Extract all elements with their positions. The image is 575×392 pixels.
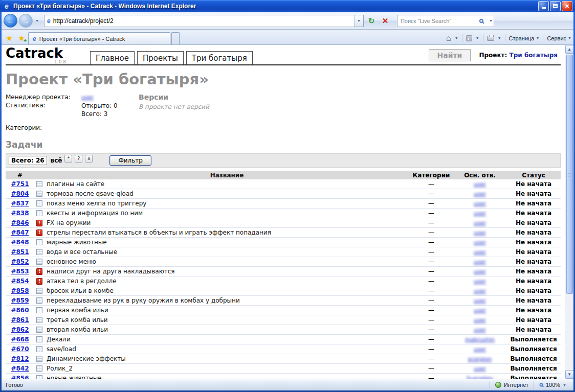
title-bar[interactable]: e Проект «Три богатыря» - Catrack - Wind…: [0, 0, 575, 12]
task-id-link[interactable]: #859: [11, 297, 29, 304]
task-icon[interactable]: [36, 336, 42, 342]
tools-menu[interactable]: Сервис ▼: [547, 35, 571, 41]
address-bar[interactable]: e http://catrack/project/2 ▼: [44, 15, 364, 27]
task-icon[interactable]: [36, 297, 42, 304]
task-assignee[interactable]: user: [474, 229, 486, 236]
project-link[interactable]: Три богатыря: [510, 52, 558, 59]
task-id-link[interactable]: #846: [11, 219, 29, 226]
task-icon[interactable]: [36, 288, 42, 294]
task-assignee[interactable]: user: [474, 278, 486, 285]
search-icon[interactable]: [479, 19, 483, 23]
address-text[interactable]: http://catrack/project/2: [53, 17, 351, 25]
filter-button[interactable]: Фильтр: [109, 155, 151, 166]
task-icon[interactable]: [36, 356, 42, 362]
task-id-link[interactable]: #838: [11, 210, 29, 217]
task-assignee[interactable]: user: [474, 346, 486, 353]
zoom-control[interactable]: 100% ▼: [534, 381, 571, 389]
rss-icon[interactable]: [466, 35, 472, 41]
page-menu[interactable]: Страница ▼: [509, 35, 540, 41]
alert-icon[interactable]: !: [36, 278, 42, 285]
close-button[interactable]: ✕: [562, 1, 572, 11]
task-id-link[interactable]: #858: [11, 287, 29, 294]
task-assignee[interactable]: user: [474, 181, 486, 188]
task-id-link[interactable]: #854: [11, 278, 29, 285]
minimize-button[interactable]: [538, 1, 549, 11]
task-icon[interactable]: [36, 307, 42, 313]
task-icon[interactable]: [36, 317, 42, 323]
task-id-link[interactable]: #842: [11, 365, 29, 372]
task-icon[interactable]: [36, 181, 42, 187]
task-assignee[interactable]: user: [474, 297, 486, 304]
task-id-link[interactable]: #812: [11, 355, 29, 362]
task-icon[interactable]: [36, 210, 42, 216]
add-favorite-icon[interactable]: ★+: [16, 32, 27, 44]
task-assignee[interactable]: user: [474, 288, 486, 294]
task-id-link[interactable]: #861: [11, 316, 29, 324]
task-icon[interactable]: [36, 365, 42, 372]
task-id-link[interactable]: #851: [11, 248, 29, 256]
task-assignee[interactable]: user: [474, 249, 486, 256]
print-icon[interactable]: [487, 36, 494, 41]
task-assignee[interactable]: user: [474, 191, 486, 197]
task-id-link[interactable]: #852: [11, 258, 29, 265]
task-assignee[interactable]: user: [474, 307, 486, 314]
forward-button[interactable]: →: [19, 14, 33, 28]
task-icon[interactable]: [36, 191, 42, 197]
back-button[interactable]: ←: [4, 14, 17, 28]
task-id-link[interactable]: #853: [11, 268, 29, 275]
task-icon[interactable]: [36, 239, 42, 245]
task-assignee[interactable]: user: [474, 365, 486, 372]
task-id-link[interactable]: #837: [11, 200, 29, 207]
task-assignee[interactable]: user: [474, 239, 486, 246]
recent-pages-dropdown[interactable]: ▼: [34, 19, 40, 22]
maximize-button[interactable]: [550, 1, 561, 11]
task-assignee[interactable]: Supralien: [467, 375, 493, 379]
task-assignee[interactable]: user: [474, 200, 486, 207]
task-assignee[interactable]: user: [474, 259, 486, 265]
alert-icon[interactable]: !: [36, 220, 42, 226]
task-assignee[interactable]: user: [474, 317, 486, 324]
task-assignee[interactable]: scorpion: [468, 356, 492, 362]
home-dropdown[interactable]: ▼: [455, 36, 458, 40]
scroll-down-button[interactable]: ▼: [565, 370, 574, 379]
address-dropdown[interactable]: ▼: [354, 15, 363, 27]
filter-clear-button[interactable]: x: [85, 155, 93, 163]
task-id-link[interactable]: #670: [11, 345, 29, 353]
task-assignee[interactable]: user: [474, 210, 486, 217]
scrollbar-thumb[interactable]: [566, 55, 573, 294]
stop-button[interactable]: ✕: [379, 15, 391, 27]
task-icon[interactable]: [36, 375, 42, 379]
task-icon[interactable]: [36, 327, 42, 333]
filter-star-button[interactable]: *: [64, 155, 72, 163]
print-dropdown[interactable]: ▼: [498, 36, 501, 40]
browser-tab[interactable]: e Проект «Три богатыря» - Catrack: [28, 32, 170, 44]
task-id-link[interactable]: #847: [11, 229, 29, 236]
task-id-link[interactable]: #668: [11, 336, 29, 343]
rss-dropdown[interactable]: ▼: [476, 36, 479, 40]
nav-current-project[interactable]: Три богатыря: [186, 51, 253, 64]
search-box[interactable]: Поиск "Live Search" ▼: [397, 15, 494, 27]
favorites-icon[interactable]: ★: [4, 32, 15, 44]
search-dropdown[interactable]: ▼: [488, 19, 494, 22]
task-id-link[interactable]: #751: [11, 180, 29, 188]
task-assignee[interactable]: user: [474, 327, 486, 333]
task-icon[interactable]: [36, 346, 42, 352]
new-tab-stub[interactable]: [171, 32, 180, 44]
task-id-link[interactable]: #862: [11, 326, 29, 333]
alert-icon[interactable]: !: [36, 229, 42, 236]
nav-main[interactable]: Главное: [90, 51, 135, 64]
task-assignee[interactable]: makrushin: [465, 336, 495, 343]
task-icon[interactable]: [36, 249, 42, 255]
scroll-up-button[interactable]: ▲: [565, 45, 574, 54]
home-icon[interactable]: ⌂: [446, 34, 451, 42]
manager-name[interactable]: user: [81, 94, 94, 101]
find-button[interactable]: Найти: [429, 49, 471, 61]
search-input[interactable]: Поиск "Live Search": [401, 18, 477, 24]
filter-all[interactable]: всё: [51, 157, 62, 164]
task-icon[interactable]: [36, 259, 42, 265]
task-id-link[interactable]: #804: [11, 190, 29, 197]
refresh-button[interactable]: ↻: [365, 15, 378, 27]
task-assignee[interactable]: user: [474, 220, 486, 226]
task-assignee[interactable]: user: [474, 268, 486, 275]
task-id-link[interactable]: #848: [11, 239, 29, 246]
